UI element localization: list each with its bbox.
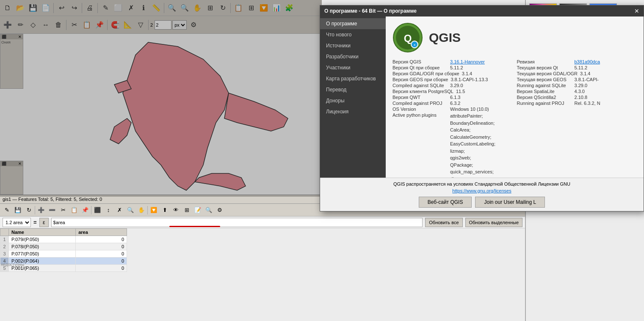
mailing-btn[interactable]: Join our User Mailing L xyxy=(475,197,545,208)
cell-area[interactable]: 0 xyxy=(76,265,127,272)
error-indicator xyxy=(169,226,220,227)
cell-name[interactable]: P.078/(P.050) xyxy=(9,243,76,250)
menu-contributors[interactable]: Участники xyxy=(320,62,386,73)
cell-name[interactable]: P.077/(P.050) xyxy=(9,250,76,258)
filter-sel-btn[interactable]: 🔽 xyxy=(149,205,159,215)
dialog-footer: QGIS распространяется на условиях Станда… xyxy=(320,178,644,211)
right-col: Ревизия b381a90dca Текущая версия Qt 5.1… xyxy=(517,59,637,178)
sep-attr2 xyxy=(91,206,91,214)
reload-btn[interactable]: ↻ xyxy=(24,205,34,215)
remove-feature-btn[interactable]: ➖ xyxy=(47,205,57,215)
update-selected-btn[interactable]: Обновить выделенные xyxy=(465,218,523,227)
info-row-spatialite: Версия SpatiaLite 4.3.0 xyxy=(517,88,637,94)
select-all-btn[interactable]: ⬛ xyxy=(92,205,102,215)
info-row-revision: Ревизия b381a90dca xyxy=(517,59,637,65)
info-row-gdal-build: Версия GDAL/OGR при сборке 3.1.4 xyxy=(392,71,513,77)
left-col: Версия QGIS 3.16.1-Hannover Версия Qt пр… xyxy=(392,59,513,178)
field-selector-row: 1.2 area = ε Обновить все Обновить выдел… xyxy=(0,217,525,228)
about-header: Q + QGIS xyxy=(392,22,637,53)
info-row-qwt: Версия QWT 6.1.3 xyxy=(392,94,513,100)
update-all-btn[interactable]: Обновить все xyxy=(425,218,462,227)
dialog-close-btn[interactable]: ✕ xyxy=(634,8,639,14)
menu-translation[interactable]: Перевод xyxy=(320,84,386,95)
search-btn[interactable]: 🔍 xyxy=(204,205,214,215)
field-select[interactable]: 1.2 area xyxy=(3,218,31,227)
version-label: Версия QGIS xyxy=(392,59,448,64)
save-edits-btn[interactable]: 💾 xyxy=(13,205,23,215)
expression-input[interactable] xyxy=(51,218,423,227)
qgis-logo: Q + xyxy=(392,22,423,53)
table-row[interactable]: 3 P.077/(P.050) 0 xyxy=(0,250,127,258)
cell-area[interactable]: 0 xyxy=(76,250,127,258)
status-text: gis1 — Features Total: 5, Filtered: 5, S… xyxy=(3,197,102,202)
dialog-action-btns: Веб-сайт QGIS Join our User Mailing L xyxy=(419,197,545,208)
info-row-sqlite-current: Running against SQLite 3.29.0 xyxy=(517,82,637,88)
move-sel-top-btn[interactable]: ⬆ xyxy=(160,205,170,215)
info-row-proj: Compiled against PROJ 6.3.2 xyxy=(392,100,513,106)
dialog-right-content: Q + QGIS Версия QGIS 3.16.1-Hannover Вер… xyxy=(386,16,644,178)
cell-name[interactable]: P.079/(P.050) xyxy=(9,236,76,243)
svg-text:+: + xyxy=(414,43,416,47)
form-view-btn[interactable]: 📝 xyxy=(193,205,203,215)
menu-license[interactable]: Лицензия xyxy=(320,106,386,117)
info-row-plugins: Active python plugins attributePainter;B… xyxy=(392,112,513,178)
menu-devmap[interactable]: Карта разработчиков xyxy=(320,73,386,84)
table-row[interactable]: 2 P.078/(P.050) 0 xyxy=(0,243,127,250)
sep-attr3 xyxy=(147,206,148,214)
data-table-container[interactable]: Name area 1 P.079/(P.050) 0 2 P.078/(P.0… xyxy=(0,228,525,321)
website-btn[interactable]: Веб-сайт QGIS xyxy=(419,197,472,208)
col-area[interactable]: area xyxy=(76,229,127,236)
info-row-qscintilla: Версия QScintilla2 2.10.8 xyxy=(517,94,637,100)
cell-area[interactable]: 0 xyxy=(76,236,127,243)
expr-btn[interactable]: ε xyxy=(39,218,49,227)
dialog-body: О программе Что нового Источники Разрабо… xyxy=(320,16,644,178)
svg-text:Q: Q xyxy=(404,33,412,44)
cell-area[interactable]: 0 xyxy=(76,243,127,250)
invert-sel-btn[interactable]: ↕ xyxy=(103,205,113,215)
settings-btn[interactable]: ⚙ xyxy=(215,205,225,215)
cut-feature-btn[interactable]: ✂ xyxy=(58,205,68,215)
dialog-overlay xyxy=(0,0,322,197)
row-num: 2 xyxy=(0,243,9,250)
info-grid: Версия QGIS 3.16.1-Hannover Версия Qt пр… xyxy=(392,59,637,178)
add-feature-btn[interactable]: ➕ xyxy=(36,205,46,215)
dock-btn[interactable]: ⊞ xyxy=(182,205,192,215)
info-row-proj-current: Running against PROJ Rel. 6.3.2, N xyxy=(517,100,637,106)
table-row[interactable]: 1 P.079/(P.050) 0 xyxy=(0,236,127,243)
info-row-geos-current: Текущая версия GEOS 3.8.1-CAPI- xyxy=(517,77,637,82)
about-qgis-title: QGIS xyxy=(429,30,461,45)
menu-sources[interactable]: Источники xyxy=(320,40,386,51)
dialog-left-menu: О программе Что нового Источники Разрабо… xyxy=(320,16,386,178)
equals-sign: = xyxy=(33,219,37,225)
menu-developers[interactable]: Разработчики xyxy=(320,51,386,62)
unavailable-label: недоступны xyxy=(1,262,24,267)
menu-whatsnew[interactable]: Что нового xyxy=(320,29,386,40)
menu-about[interactable]: О программе xyxy=(320,18,386,29)
version-value: 3.16.1-Hannover xyxy=(450,59,485,64)
info-row-sqlite: Compiled against SQLite 3.29.0 xyxy=(392,82,513,88)
cell-area[interactable]: 0 xyxy=(76,258,127,265)
dialog-titlebar: О программе - 64 Bit — О программе ✕ xyxy=(320,5,644,16)
info-row-gdal-current: Текущая версия GDAL/OGR 3.1.4 xyxy=(517,71,637,77)
paste-feature-btn[interactable]: 📌 xyxy=(80,205,90,215)
info-row-qt-build: Версия Qt при сборке 5.11.2 xyxy=(392,65,513,71)
row-num: 3 xyxy=(0,250,9,258)
info-row-os: OS Version Windows 10 (10.0) xyxy=(392,106,513,112)
toggle-edit-btn[interactable]: ✎ xyxy=(2,205,12,215)
col-rownum xyxy=(0,229,9,236)
row-num: 1 xyxy=(0,236,9,243)
copy-feature-btn[interactable]: 📋 xyxy=(69,205,79,215)
col-visibility-btn[interactable]: 👁 xyxy=(171,205,181,215)
zoom-sel-btn[interactable]: 🔍 xyxy=(125,205,135,215)
license-text: QGIS распространяется на условиях Станда… xyxy=(393,181,570,187)
deselect-all-btn[interactable]: ✗ xyxy=(114,205,124,215)
col-name[interactable]: Name xyxy=(9,229,76,236)
pan-sel-btn[interactable]: ✋ xyxy=(136,205,146,215)
dialog-title: О программе - 64 Bit — О программе xyxy=(324,8,417,14)
info-row-postgres: Версия клиента PostgreSQL 11.5 xyxy=(392,88,513,94)
about-dialog: О программе - 64 Bit — О программе ✕ О п… xyxy=(320,5,644,211)
license-url[interactable]: https://www.gnu.org/licenses xyxy=(452,188,511,193)
menu-donors[interactable]: Доноры xyxy=(320,95,386,106)
info-row-version: Версия QGIS 3.16.1-Hannover xyxy=(392,59,513,65)
info-row-geos-build: Версия GEOS при сборке 3.8.1-CAPI-1.13.3 xyxy=(392,77,513,82)
